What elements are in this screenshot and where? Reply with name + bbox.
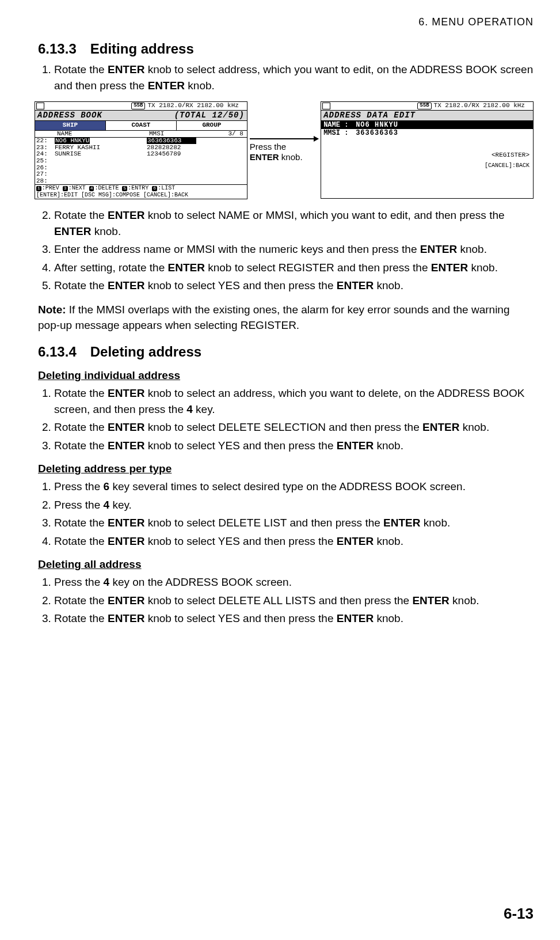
subheading-delete-per-type: Deleting address per type	[38, 463, 534, 475]
status-bar: SSB TX 2182.0/RX 2182.00 kHz	[321, 102, 533, 110]
note-label: Note:	[38, 304, 66, 316]
step-item: Enter the address name or MMSI with the …	[54, 241, 534, 257]
table-row[interactable]: 25:	[35, 158, 247, 165]
step-item: Rotate the ENTER knob to select DELETE A…	[54, 593, 534, 609]
type-tabs: SHIPCOASTGROUP	[35, 121, 247, 131]
status-bar: SSB TX 2182.0/RX 2182.00 kHz	[35, 102, 247, 110]
page-indicator: 3/ 8	[228, 131, 243, 138]
step-item: Rotate the ENTER knob to select YES and …	[54, 533, 534, 549]
step-item: Rotate the ENTER knob to select an addre…	[54, 385, 534, 417]
note-text: If the MMSI overlaps with the existing o…	[38, 304, 510, 332]
screen-title: ADDRESS BOOK	[37, 111, 102, 120]
screen-title-bar: ADDRESS BOOK (TOTAL 12/50)	[35, 110, 247, 121]
step-item: Rotate the ENTER knob to select DELETE L…	[54, 515, 534, 531]
address-rows: 22:NO6 HNKYU36363636323:FERRY KASHII2828…	[35, 138, 247, 184]
screen-title: ADDRESS DATA EDIT	[321, 110, 533, 121]
table-row[interactable]: 26:	[35, 165, 247, 172]
step-item: Rotate the ENTER knob to select address,…	[54, 62, 534, 93]
name-label: NAME :	[323, 122, 356, 129]
step-item: Press the 4 key on the ADDRESS BOOK scre…	[54, 574, 534, 590]
section-heading-6-13-4: 6.13.4Deleting address	[38, 344, 534, 360]
table-row[interactable]: 24:SUNRISE123456789	[35, 151, 247, 158]
screen-address-book: SSB TX 2182.0/RX 2182.00 kHz ADDRESS BOO…	[35, 101, 247, 199]
page-number: 6-13	[504, 905, 534, 923]
table-row[interactable]: 28:	[35, 178, 247, 185]
step-item: Press the 6 key several times to select …	[54, 479, 534, 495]
figure-screens: SSB TX 2182.0/RX 2182.00 kHz ADDRESS BOO…	[35, 101, 534, 199]
tab-coast[interactable]: COAST	[106, 121, 177, 131]
mmsi-value: 363636363	[356, 130, 398, 137]
step-item: Rotate the ENTER knob to select YES and …	[54, 611, 534, 627]
arrow-icon	[250, 138, 318, 139]
step-item: Press the 4 key.	[54, 497, 534, 513]
steps-delete-all: Press the 4 key on the ADDRESS BOOK scre…	[38, 574, 534, 627]
col-mmsi: MMSI	[149, 131, 228, 138]
speaker-icon	[322, 103, 330, 109]
cancel-hint: [CANCEL]:BACK	[485, 163, 529, 169]
section-heading-6-13-3: 6.13.3Editing address	[38, 41, 534, 57]
arrow-label: Press the ENTER knob.	[250, 142, 303, 162]
freq-readout: TX 2182.0/RX 2182.00 kHz	[147, 103, 238, 109]
ssb-badge: SSB	[131, 103, 145, 109]
step-item: Rotate the ENTER knob to select DELETE S…	[54, 419, 534, 435]
running-head: 6. MENU OPERATION	[38, 16, 534, 28]
step-item: Rotate the ENTER knob to select YES and …	[54, 278, 534, 294]
speaker-icon	[36, 103, 44, 109]
freq-readout: TX 2182.0/RX 2182.00 kHz	[434, 103, 525, 109]
name-value: NO6 HNKYU	[356, 122, 398, 129]
edit-field-mmsi: MMSI : 363636363	[321, 129, 533, 138]
antenna-icon	[241, 103, 246, 109]
softkey-hints-2: [ENTER]:EDIT [DSC MSG]:COMPOSE [CANCEL]:…	[35, 192, 247, 199]
section-number: 6.13.4	[38, 344, 77, 360]
screen-address-edit: SSB TX 2182.0/RX 2182.00 kHz ADDRESS DAT…	[321, 101, 534, 199]
total-count: (TOTAL 12/50)	[174, 111, 245, 120]
steps-editing-2to5: Rotate the ENTER knob to select NAME or …	[38, 207, 534, 294]
step-item: After setting, rotate the ENTER knob to …	[54, 260, 534, 276]
step-item: Rotate the ENTER knob to select NAME or …	[54, 207, 534, 239]
tab-ship[interactable]: SHIP	[35, 121, 106, 131]
section-title: Deleting address	[90, 344, 201, 359]
mmsi-label: MMSI :	[323, 130, 356, 137]
ssb-badge: SSB	[417, 103, 431, 109]
section-number: 6.13.3	[38, 41, 77, 57]
subheading-delete-all: Deleting all address	[38, 558, 534, 571]
table-row[interactable]: 27:	[35, 171, 247, 178]
tab-group[interactable]: GROUP	[177, 121, 247, 131]
steps-delete-individual: Rotate the ENTER knob to select an addre…	[38, 385, 534, 453]
arrow-caption: Press the ENTER knob.	[247, 101, 321, 199]
section-title: Editing address	[90, 41, 194, 56]
antenna-icon	[527, 103, 532, 109]
softkey-hints-1: 1:PREV 3:NEXT 4:DELETE 5:ENTRY 6:LIST	[35, 184, 247, 192]
steps-delete-per-type: Press the 6 key several times to select …	[38, 479, 534, 549]
subheading-delete-individual: Deleting individual address	[38, 369, 534, 382]
steps-editing-1: Rotate the ENTER knob to select address,…	[38, 62, 534, 93]
edit-field-name: NAME : NO6 HNKYU	[321, 121, 533, 130]
note: Note: If the MMSI overlaps with the exis…	[38, 302, 534, 333]
step-item: Rotate the ENTER knob to select YES and …	[54, 438, 534, 454]
col-name: NAME	[57, 131, 149, 138]
register-button-label: <REGISTER>	[492, 152, 529, 159]
